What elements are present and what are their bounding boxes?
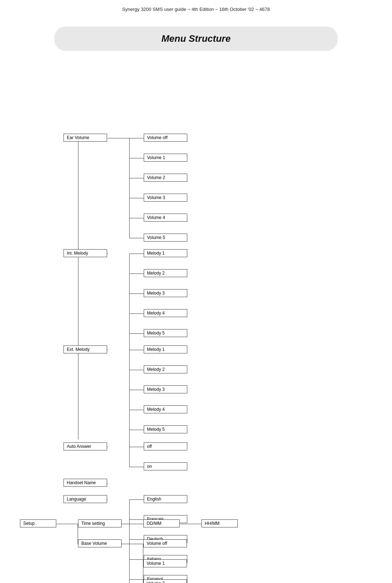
volume-5-box: Volume 5: [144, 234, 187, 242]
ext-melody-2-box: Melody 2: [144, 365, 187, 373]
base-volume-box: Base Volume: [78, 539, 122, 547]
volume-off-1-box: Volume off: [144, 134, 187, 142]
handset-name-box: Handset Name: [64, 479, 107, 487]
auto-answer-off-box: off: [144, 442, 187, 450]
setup-section: Setup Time setting DD/MM HH/MM Base Volu…: [0, 509, 392, 583]
hline-ear-volume: [108, 138, 130, 138]
volume-4-box: Volume 4: [144, 214, 187, 222]
volume-2-box: Volume 2: [144, 174, 187, 182]
language-box: Language: [64, 495, 107, 503]
menu-structure-banner: Menu Structure: [54, 27, 338, 51]
int-melody-box: Int. Melody: [64, 249, 107, 257]
ear-volume-box: Ear Volume: [64, 134, 107, 142]
vline-ext-melody: [129, 350, 130, 450]
vline-ear-volume: [129, 138, 130, 238]
int-melody-3-box: Melody 3: [144, 289, 187, 297]
auto-answer-box: Auto Answer: [64, 442, 107, 450]
english-box: English: [144, 495, 187, 503]
banner-title: Menu Structure: [162, 33, 231, 44]
int-melody-1-box: Melody 1: [144, 249, 187, 257]
base-volume-off-box: Volume off: [143, 539, 187, 547]
page-header: Synergy 3200 SMS user guide ~ 4th Editio…: [0, 0, 392, 16]
ext-melody-3-box: Melody 3: [144, 385, 187, 393]
main-vline: [78, 136, 78, 440]
base-volume-1-box: Volume 1: [143, 559, 187, 567]
volume-1-box: Volume 1: [144, 154, 187, 162]
vline-auto-answer: [129, 447, 130, 467]
volume-3-box: Volume 3: [144, 194, 187, 202]
int-melody-5-box: Melody 5: [144, 329, 187, 337]
diagram-area: Ear Volume Volume off Volume 1 Volume 2 …: [0, 65, 392, 501]
time-setting-box: Time setting: [78, 519, 122, 527]
auto-answer-on-box: on: [144, 462, 187, 470]
setup-box: Setup: [20, 519, 56, 527]
ext-melody-4-box: Melody 4: [144, 405, 187, 413]
ext-melody-5-box: Melody 5: [144, 425, 187, 433]
hh-mm-box: HH/MM: [201, 519, 238, 527]
vline-int-melody: [129, 254, 130, 353]
dd-mm-box: DD/MM: [143, 519, 180, 527]
base-volume-2-box: Volume 2: [143, 579, 187, 583]
ext-melody-1-box: Melody 1: [144, 345, 187, 353]
ext-melody-box: Ext. Melody: [64, 345, 107, 353]
int-melody-4-box: Melody 4: [144, 309, 187, 317]
int-melody-2-box: Melody 2: [144, 269, 187, 277]
